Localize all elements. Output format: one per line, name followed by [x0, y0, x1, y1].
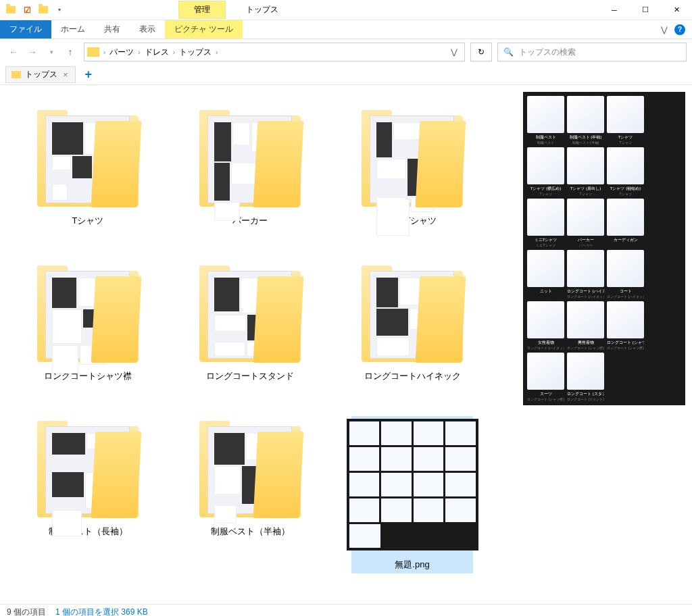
breadcrumb[interactable]: › パーツ › ドレス › トップス › ⋁	[84, 43, 465, 61]
minimize-button[interactable]: ─	[599, 0, 630, 20]
preview-thumb	[567, 301, 604, 338]
qat-dropdown-icon[interactable]: ▾	[54, 5, 65, 16]
preview-cell: 男性着物ロングコート (シャツ襟)	[567, 301, 604, 350]
preview-label: カーディガン	[607, 237, 644, 243]
folder-item[interactable]: Tシャツ	[27, 105, 149, 227]
status-selection: 1 個の項目を選択 369 KB	[55, 607, 148, 616]
preview-thumb	[607, 96, 644, 133]
navigation-bar: ← → ▾ ↑ › パーツ › ドレス › トップス › ⋁ ↻ 🔍 トップスの…	[0, 39, 692, 65]
folder-item[interactable]: 制服ベスト（半袖）	[189, 416, 311, 573]
add-tab-button[interactable]: +	[80, 68, 98, 82]
preview-sublabel: ミニTシャツ	[527, 243, 564, 247]
contextual-tab-manage[interactable]: 管理	[178, 1, 226, 19]
breadcrumb-dropdown-icon[interactable]: ⋁	[447, 47, 462, 57]
ribbon-expand-icon[interactable]: ⋁	[661, 25, 668, 34]
preview-cell: カーディガン	[607, 199, 644, 247]
folder-item[interactable]: ロングコートハイネック	[351, 261, 473, 382]
tab-close-icon[interactable]: ×	[61, 70, 70, 80]
preview-sublabel: Tシャツ	[607, 140, 644, 145]
preview-label: ロングコート (スタンド)	[567, 391, 604, 397]
preview-label: ロングコート (ハイネック)	[567, 288, 604, 294]
folder-thumbnail	[199, 416, 301, 517]
preview-cell: 制服ベスト (半袖)制服ベスト (半袖)	[567, 96, 604, 145]
breadcrumb-seg[interactable]: パーツ	[105, 47, 138, 58]
ribbon-file-tab[interactable]: ファイル	[0, 20, 51, 38]
preview-thumb	[567, 353, 604, 390]
items-view[interactable]: TシャツパーカーミニTシャツロングコートシャツ襟ロングコートスタンドロングコート…	[0, 85, 516, 604]
preview-cell: ロングコート (ハイネック)ロングコート (ハイネック)	[567, 250, 604, 299]
help-icon[interactable]: ?	[674, 24, 685, 35]
preview-thumb	[567, 250, 604, 287]
folder-tab-label: トップス	[25, 69, 57, 80]
forward-button[interactable]: →	[24, 44, 41, 60]
folder-icon[interactable]	[38, 5, 49, 16]
folder-item[interactable]: ミニTシャツ	[351, 105, 473, 227]
preview-sublabel: ロングコート (シャツ襟)	[567, 346, 604, 350]
item-label: Tシャツ	[72, 215, 104, 227]
titlebar: ☑ ▾ 管理 トップス ─ ☐ ✕	[0, 0, 692, 20]
folder-item[interactable]: ロングコートスタンド	[189, 261, 311, 382]
preview-label: Tシャツ (襟広め)	[527, 186, 564, 192]
recent-dropdown[interactable]: ▾	[43, 44, 59, 60]
folder-tab[interactable]: トップス ×	[5, 66, 76, 83]
preview-label: Tシャツ (肩出し)	[567, 186, 604, 192]
chevron-right-icon[interactable]: ›	[216, 49, 218, 56]
preview-label: 制服ベスト	[527, 134, 564, 140]
preview-cell: Tシャツ (襟広め)Tシャツ	[527, 147, 564, 196]
search-input[interactable]: 🔍 トップスの検索	[497, 43, 687, 61]
preview-thumb	[527, 199, 564, 236]
up-button[interactable]: ↑	[62, 44, 78, 60]
maximize-button[interactable]: ☐	[630, 0, 661, 20]
folder-tab-strip: トップス × +	[0, 65, 692, 85]
preview-sublabel: 制服ベスト	[527, 140, 564, 145]
preview-cell: Tシャツ (肩出し)Tシャツ	[567, 147, 604, 196]
properties-icon[interactable]: ☑	[22, 5, 32, 16]
folder-item[interactable]: 制服ベスト（長袖）	[27, 416, 149, 573]
preview-cell: ロングコート (スタンド)ロングコート (スタンド)	[567, 353, 604, 401]
search-placeholder: トップスの検索	[519, 47, 576, 58]
back-button[interactable]: ←	[5, 44, 22, 60]
preview-cell: TシャツTシャツ	[607, 96, 644, 145]
preview-label: Tシャツ (袖短め)	[607, 186, 644, 192]
preview-sublabel: ロングコート (シャツ襟)	[527, 397, 564, 401]
file-item[interactable]: 無題.png	[351, 416, 473, 573]
folder-thumbnail	[362, 261, 463, 362]
preview-sublabel: ロングコート (スタンド)	[567, 397, 604, 401]
status-item-count: 9 個の項目	[7, 607, 46, 616]
item-label: ロングコートハイネック	[364, 370, 461, 382]
preview-cell: Tシャツ (袖短め)Tシャツ	[607, 147, 644, 196]
preview-image: 制服ベスト制服ベスト制服ベスト (半袖)制服ベスト (半袖)TシャツTシャツTシ…	[523, 92, 685, 405]
preview-label: 制服ベスト (半袖)	[567, 134, 604, 140]
preview-cell: パーカーパーカー	[567, 199, 604, 247]
preview-cell: 制服ベスト制服ベスト	[527, 96, 564, 145]
preview-label: Tシャツ	[607, 134, 644, 140]
preview-cell: コートロングコート (ハイネック)	[607, 250, 644, 299]
search-icon: 🔍	[503, 47, 514, 57]
close-button[interactable]: ✕	[661, 0, 692, 20]
quick-access-toolbar: ☑ ▾	[0, 5, 70, 16]
preview-sublabel: Tシャツ	[527, 192, 564, 196]
ribbon-picture-tools-tab[interactable]: ピクチャ ツール	[165, 20, 243, 38]
preview-cell: ロングコート (シャツ襟)ロングコート (シャツ襟)	[607, 301, 644, 350]
folder-icon	[11, 71, 21, 78]
ribbon-home-tab[interactable]: ホーム	[51, 20, 95, 38]
preview-thumb	[527, 301, 564, 338]
ribbon-share-tab[interactable]: 共有	[95, 20, 130, 38]
folder-item[interactable]: ロングコートシャツ襟	[27, 261, 149, 382]
ribbon-view-tab[interactable]: 表示	[130, 20, 165, 38]
refresh-button[interactable]: ↻	[470, 43, 492, 61]
preview-cell: スーツロングコート (シャツ襟)	[527, 353, 564, 401]
preview-sublabel: Tシャツ	[607, 192, 644, 196]
preview-pane: 制服ベスト制服ベスト制服ベスト (半袖)制服ベスト (半袖)TシャツTシャツTシ…	[516, 85, 692, 604]
preview-sublabel: パーカー	[567, 243, 604, 247]
folder-thumbnail	[199, 105, 301, 207]
breadcrumb-seg[interactable]: ドレス	[141, 47, 173, 58]
main-area: TシャツパーカーミニTシャツロングコートシャツ襟ロングコートスタンドロングコート…	[0, 85, 692, 604]
breadcrumb-seg[interactable]: トップス	[175, 47, 216, 58]
folder-thumbnail	[37, 416, 139, 517]
preview-label: 男性着物	[567, 340, 604, 346]
preview-cell: ニット	[527, 250, 564, 299]
folder-item[interactable]: パーカー	[189, 105, 311, 227]
window-title: トップス	[246, 4, 278, 16]
folder-icon	[5, 5, 16, 16]
